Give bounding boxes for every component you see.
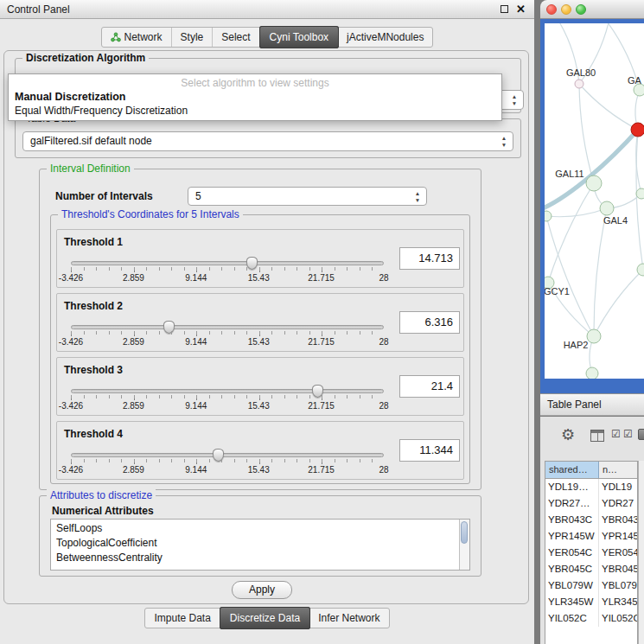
table-cell[interactable]: YLR345W — [545, 594, 599, 610]
slider-scale: -3.4262.8599.14415.4321.71528 — [71, 273, 384, 284]
network-node[interactable] — [587, 329, 601, 343]
algorithm-option-manual-discretization[interactable]: Manual Discretization — [9, 90, 501, 104]
table-cell[interactable]: YBR043C — [545, 512, 599, 528]
network-edge[interactable] — [636, 130, 643, 270]
threshold-2-block: Threshold 2-3.4262.8599.14415.4321.71528… — [56, 293, 464, 352]
close-traffic-light-icon[interactable] — [546, 4, 557, 15]
minimize-traffic-light-icon[interactable] — [561, 4, 571, 15]
table-row[interactable]: YLR345WYLR345W — [545, 594, 637, 610]
tab-discretize-data[interactable]: Discretize Data — [220, 607, 310, 629]
threshold-slider-track[interactable] — [71, 389, 384, 393]
network-canvas-svg[interactable]: GAL80GAGAL11GAL4GCY1HAP2 — [545, 23, 644, 379]
table-data-group: Table Data galFiltered.sif default node … — [15, 118, 521, 158]
slider-scale-label: 28 — [379, 273, 388, 283]
tab-jactivemnodules[interactable]: jActiveMNodules — [338, 28, 432, 47]
table-cell[interactable]: YBR045C — [599, 561, 637, 577]
algorithm-option-equal-width-frequency-discretization[interactable]: Equal Width/Frequency Discretization — [9, 104, 501, 118]
table-row[interactable]: YDR27…YDR27 — [545, 495, 637, 512]
threshold-slider-track[interactable] — [71, 453, 384, 457]
gear-icon[interactable]: ⚙ — [561, 425, 575, 444]
float-window-icon[interactable] — [501, 5, 508, 13]
table-cell[interactable]: YDL19 — [599, 479, 637, 495]
table-row[interactable]: YBR043CYBR043C — [545, 512, 637, 528]
table-cell[interactable]: YBL079W — [599, 577, 637, 594]
tab-select[interactable]: Select — [213, 28, 259, 47]
network-canvas[interactable]: GAL80GAGAL11GAL4GCY1HAP2 — [545, 23, 644, 379]
table-data-combobox[interactable]: galFiltered.sif default node ▲▼ — [22, 131, 513, 151]
network-edge[interactable] — [579, 84, 638, 130]
table-cell[interactable]: YBL079W — [545, 577, 599, 594]
table-cell[interactable]: YER054C — [545, 545, 599, 561]
table-cell[interactable]: YDR27 — [599, 495, 637, 512]
table-scrollbar[interactable] — [638, 461, 644, 644]
table-cell[interactable]: YBR045C — [545, 561, 599, 577]
top-tab-group: NetworkStyleSelectCyni ToolboxjActiveMNo… — [101, 27, 434, 48]
zoom-traffic-light-icon[interactable] — [576, 4, 586, 15]
network-node[interactable] — [586, 367, 598, 379]
table-toolbar: ⚙ ☑ ☑ — [540, 420, 644, 456]
numerical-attribute-item[interactable]: TopologicalCoefficient — [56, 536, 469, 551]
column-header-shared-name[interactable]: shared… — [545, 462, 599, 478]
numerical-attribute-item[interactable]: BetweennessCentrality — [56, 551, 469, 565]
tab-network[interactable]: Network — [102, 28, 172, 47]
table-cell[interactable]: YDL19… — [545, 479, 599, 495]
table-row[interactable]: YPR145WYPR145W — [545, 528, 637, 545]
group-title: Attributes to discretize — [47, 489, 156, 502]
network-node[interactable] — [575, 80, 583, 88]
threshold-value-field[interactable]: 14.713 — [399, 247, 460, 270]
table-cell[interactable]: YBR043C — [599, 512, 637, 528]
clipped-toolbar-icon[interactable] — [638, 429, 644, 440]
threshold-slider-track[interactable] — [71, 261, 384, 265]
table-cell[interactable]: YER054C — [599, 545, 637, 561]
thresholds-group: Threshold's Coordinates for 5 Intervals … — [50, 214, 470, 484]
tab-impute-data[interactable]: Impute Data — [145, 609, 220, 628]
select-none-icon[interactable]: ☑ — [623, 428, 633, 440]
threshold-value-field[interactable]: 21.4 — [399, 375, 460, 398]
network-node[interactable] — [634, 84, 644, 96]
apply-button[interactable]: Apply — [232, 581, 292, 599]
list-scrollbar-thumb[interactable] — [461, 521, 468, 544]
network-node[interactable] — [545, 211, 552, 221]
tab-style[interactable]: Style — [172, 28, 214, 47]
threshold-value-field[interactable]: 6.316 — [399, 311, 460, 334]
threshold-slider-track[interactable] — [71, 325, 384, 329]
table-cell[interactable]: YLR345W — [599, 594, 637, 610]
tab-cyni-toolbox[interactable]: Cyni Toolbox — [259, 26, 339, 48]
numerical-attribute-item[interactable]: SelfLoops — [56, 521, 469, 536]
slider-scale-label: 15.43 — [248, 465, 270, 475]
table-row[interactable]: YIL052CYIL052C — [545, 610, 637, 627]
network-node-selected[interactable] — [631, 123, 644, 137]
numerical-attributes-list[interactable]: SelfLoopsTopologicalCoefficientBetweenne… — [50, 519, 470, 571]
table-row[interactable]: YBR045CYBR045C — [545, 561, 637, 577]
column-selector-icon[interactable] — [590, 430, 604, 442]
table-rows: YDL19…YDL19YDR27…YDR27YBR043CYBR043CYPR1… — [545, 479, 637, 627]
tab-infer-network[interactable]: Infer Network — [309, 609, 388, 628]
list-scrollbar[interactable] — [459, 520, 469, 570]
control-panel-window: Control Panel ✕ NetworkStyleSelectCyni T… — [0, 0, 534, 644]
slider-scale-label: 28 — [379, 465, 388, 475]
control-panel-titlebar: Control Panel ✕ — [0, 0, 534, 19]
table-row[interactable]: YDL19…YDL19 — [545, 479, 637, 495]
network-node[interactable] — [637, 264, 644, 276]
network-edge[interactable] — [548, 183, 594, 283]
slider-scale: -3.4262.8599.14415.4321.71528 — [71, 465, 384, 475]
network-edge[interactable] — [546, 216, 594, 336]
close-window-icon[interactable]: ✕ — [516, 3, 526, 16]
table-cell[interactable]: YIL052C — [599, 610, 637, 627]
table-cell[interactable]: YIL052C — [545, 610, 599, 627]
select-all-icon[interactable]: ☑ — [611, 428, 621, 440]
table-cell[interactable]: YDR27… — [545, 495, 599, 512]
network-edge[interactable] — [594, 270, 643, 336]
network-node[interactable] — [586, 175, 602, 191]
table-cell[interactable]: YPR145W — [545, 528, 599, 545]
network-node[interactable] — [636, 188, 644, 199]
table-row[interactable]: YER054CYER054C — [545, 545, 637, 561]
network-node[interactable] — [600, 201, 614, 215]
num-intervals-combobox[interactable]: 5 ▲▼ — [188, 187, 427, 206]
table-cell[interactable]: YPR145W — [599, 528, 637, 545]
attributes-to-discretize-group: Attributes to discretize Numerical Attri… — [39, 495, 481, 577]
column-header-name[interactable]: n… — [599, 462, 637, 478]
threshold-value-field[interactable]: 11.344 — [399, 439, 460, 462]
table-panel-header[interactable]: Table Panel — [540, 393, 644, 416]
table-row[interactable]: YBL079WYBL079W — [545, 577, 637, 594]
